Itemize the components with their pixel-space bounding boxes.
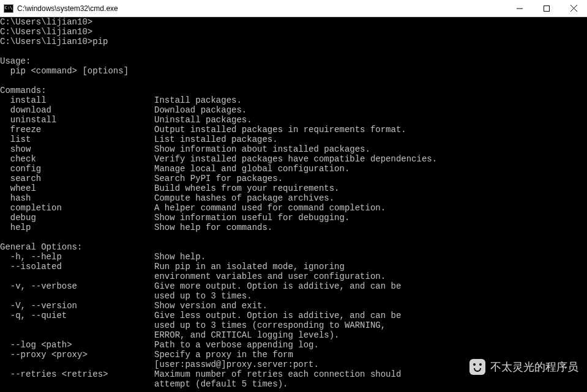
close-button[interactable] [560, 0, 587, 17]
cmd-icon: C:\ [4, 4, 13, 13]
minimize-button[interactable] [506, 0, 533, 17]
svg-rect-1 [544, 6, 550, 11]
terminal-output[interactable]: C:\Users\lijian10> C:\Users\lijian10> C:… [0, 17, 587, 392]
maximize-button[interactable] [533, 0, 560, 17]
minimize-icon [517, 6, 523, 12]
window-controls [506, 0, 587, 17]
window-titlebar: C:\ C:\windows\system32\cmd.exe [0, 0, 587, 17]
window-title: C:\windows\system32\cmd.exe [17, 4, 118, 13]
titlebar-left: C:\ C:\windows\system32\cmd.exe [0, 4, 118, 13]
close-icon [570, 5, 577, 12]
maximize-icon [544, 6, 550, 12]
